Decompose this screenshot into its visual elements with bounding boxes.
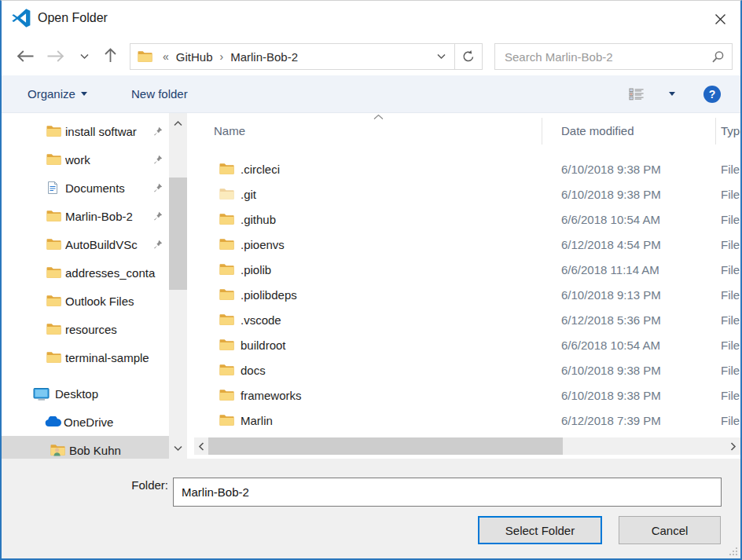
sidebar-item-label: Outlook Files bbox=[65, 295, 169, 308]
horizontal-scrollbar-thumb[interactable] bbox=[208, 437, 563, 455]
select-folder-button[interactable]: Select Folder bbox=[478, 516, 602, 544]
column-header-date-modified[interactable]: Date modified bbox=[561, 124, 634, 137]
dialog-footer: Folder: Select Folder Cancel bbox=[2, 459, 740, 558]
sidebar-item-documents[interactable]: Documents bbox=[2, 174, 169, 202]
file-date-modified: 6/10/2018 9:38 PM bbox=[561, 389, 661, 402]
scroll-down-button[interactable] bbox=[169, 438, 187, 459]
file-row[interactable]: .circleci 6/10/2018 9:38 PM File folder bbox=[194, 156, 740, 181]
folder-icon bbox=[46, 266, 65, 279]
sidebar-item-bob-kuhn[interactable]: Bob Kuhn bbox=[2, 436, 169, 459]
file-name: Marlin bbox=[241, 414, 273, 427]
sidebar-item-desktop[interactable]: Desktop bbox=[2, 379, 169, 408]
file-row[interactable]: buildroot 6/6/2018 10:54 AM File folder bbox=[194, 332, 740, 357]
sidebar-item-install-softwar[interactable]: install softwar bbox=[2, 117, 169, 145]
folder-icon bbox=[219, 364, 234, 376]
file-date-modified: 6/10/2018 9:38 PM bbox=[561, 163, 661, 176]
breadcrumb-item-current[interactable]: Marlin-Bob-2 bbox=[230, 50, 298, 64]
file-row[interactable]: .github 6/6/2018 10:54 AM File folder bbox=[194, 207, 740, 232]
file-row[interactable]: .git 6/10/2018 9:38 PM File folder bbox=[194, 181, 740, 207]
sidebar-item-outlook-files[interactable]: Outlook Files bbox=[2, 287, 169, 315]
sidebar-item-label: Bob Kuhn bbox=[69, 444, 169, 457]
sidebar-item-onedrive[interactable]: OneDrive bbox=[2, 408, 169, 436]
column-header-name[interactable]: Name bbox=[214, 124, 245, 137]
sidebar-item-marlin-bob-2[interactable]: Marlin-Bob-2 bbox=[2, 202, 169, 230]
address-bar[interactable]: « GitHub › Marlin-Bob-2 bbox=[130, 43, 483, 70]
pin-icon bbox=[153, 240, 163, 249]
search-icon[interactable] bbox=[711, 50, 725, 64]
file-type: File folder bbox=[721, 263, 740, 276]
folder-icon bbox=[219, 238, 234, 251]
folder-icon bbox=[219, 188, 234, 200]
folder-icon bbox=[46, 153, 65, 166]
list-header: Name Date modified Type bbox=[194, 113, 740, 150]
file-date-modified: 6/6/2018 10:54 AM bbox=[561, 339, 660, 352]
column-divider[interactable] bbox=[715, 118, 716, 145]
sidebar-item-label: addresses_conta bbox=[65, 266, 169, 280]
file-list: Name Date modified Type .circleci 6/10/2… bbox=[194, 113, 740, 459]
up-button[interactable] bbox=[104, 47, 117, 64]
breadcrumb-item-github[interactable]: GitHub bbox=[176, 50, 213, 64]
refresh-button[interactable] bbox=[454, 44, 482, 69]
file-row[interactable]: docs 6/10/2018 9:38 PM File folder bbox=[194, 357, 740, 382]
file-row[interactable]: .vscode 6/12/2018 5:36 PM File folder bbox=[194, 307, 740, 332]
file-row[interactable]: .piolibdeps 6/10/2018 9:13 PM File folde… bbox=[194, 282, 740, 307]
file-row[interactable]: .piolib 6/6/2018 11:14 AM File folder bbox=[194, 257, 740, 282]
caret-down-icon bbox=[81, 92, 87, 96]
file-date-modified: 6/12/2018 7:39 PM bbox=[561, 414, 661, 427]
search-box bbox=[494, 43, 733, 70]
file-name: .github bbox=[241, 213, 276, 226]
scroll-left-button[interactable] bbox=[194, 437, 208, 455]
vscode-logo-icon bbox=[11, 8, 31, 28]
folder-name-input[interactable] bbox=[173, 478, 722, 507]
forward-button[interactable] bbox=[46, 49, 65, 63]
file-type: File folder bbox=[721, 188, 740, 201]
sidebar-item-resources[interactable]: resources bbox=[2, 315, 169, 343]
open-folder-dialog: Open Folder « GitHub › bbox=[0, 0, 742, 560]
cancel-button[interactable]: Cancel bbox=[619, 516, 721, 544]
file-date-modified: 6/12/2018 4:54 PM bbox=[561, 238, 661, 251]
sidebar-scrollbar-thumb[interactable] bbox=[169, 178, 187, 290]
refresh-icon bbox=[461, 49, 476, 64]
file-type: File folder bbox=[721, 238, 740, 251]
view-options-caret[interactable] bbox=[669, 92, 675, 96]
back-button[interactable] bbox=[16, 49, 35, 63]
scroll-up-button[interactable] bbox=[169, 113, 187, 134]
file-type: File folder bbox=[721, 288, 740, 302]
file-type: File folder bbox=[721, 313, 740, 327]
search-input[interactable] bbox=[495, 44, 732, 69]
resize-grip[interactable] bbox=[729, 547, 738, 556]
folder-field-label: Folder: bbox=[119, 478, 168, 492]
folder-icon bbox=[46, 295, 65, 307]
file-name: .git bbox=[241, 188, 256, 201]
help-button[interactable]: ? bbox=[703, 86, 721, 103]
recent-locations-button[interactable] bbox=[80, 53, 89, 60]
close-button[interactable] bbox=[709, 9, 731, 29]
sidebar-item-work[interactable]: work bbox=[2, 145, 169, 174]
file-row[interactable]: .pioenvs 6/12/2018 4:54 PM File folder bbox=[194, 232, 740, 257]
file-type: File folder bbox=[721, 389, 740, 402]
new-folder-button[interactable]: New folder bbox=[131, 75, 188, 112]
file-row[interactable]: frameworks 6/10/2018 9:38 PM File folder bbox=[194, 382, 740, 408]
pin-icon bbox=[153, 211, 163, 221]
sidebar-item-label: resources bbox=[65, 323, 169, 336]
address-dropdown-button[interactable] bbox=[428, 44, 454, 69]
sidebar-item-addresses-conta[interactable]: addresses_conta bbox=[2, 258, 169, 287]
change-view-button[interactable] bbox=[629, 88, 645, 101]
user-folder-icon bbox=[50, 444, 69, 456]
folder-icon bbox=[219, 313, 234, 326]
navigation-bar: « GitHub › Marlin-Bob-2 bbox=[2, 35, 740, 75]
folder-icon bbox=[219, 414, 234, 426]
folder-icon bbox=[219, 263, 234, 276]
sidebar-item-terminal-sample[interactable]: terminal-sample bbox=[2, 343, 169, 372]
folder-icon bbox=[219, 288, 234, 301]
scroll-right-button[interactable] bbox=[726, 437, 740, 455]
file-name: .pioenvs bbox=[241, 238, 285, 251]
close-icon bbox=[714, 13, 726, 25]
column-divider[interactable] bbox=[542, 118, 542, 145]
folder-icon bbox=[219, 389, 234, 401]
file-row[interactable]: Marlin 6/12/2018 7:39 PM File folder bbox=[194, 408, 740, 433]
column-header-type[interactable]: Type bbox=[721, 124, 740, 137]
sidebar-scrollbar bbox=[169, 113, 187, 459]
sidebar-item-autobuildvsc[interactable]: AutoBuildVSc bbox=[2, 230, 169, 258]
organize-menu-button[interactable]: Organize bbox=[28, 75, 87, 112]
